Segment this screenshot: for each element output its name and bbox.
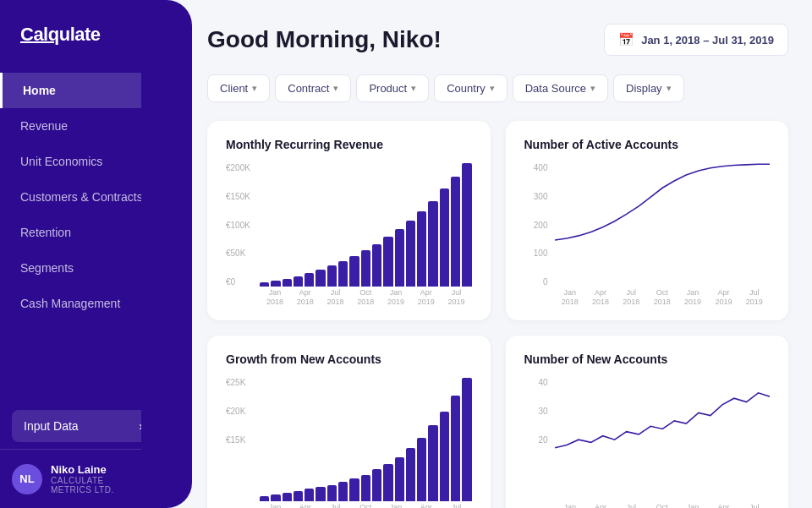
bar — [338, 482, 348, 501]
new-accounts-svg — [555, 378, 771, 456]
bar — [361, 475, 370, 501]
bar — [395, 457, 404, 501]
growth-new-accounts-chart-title: Growth from New Accounts — [226, 352, 472, 366]
active-accounts-y-labels: 400 300 200 100 0 — [524, 163, 548, 287]
growth-new-y-labels: €25K €20K €15K €10K €0 — [226, 378, 245, 501]
bar — [428, 201, 437, 287]
sidebar-item-revenue[interactable]: Revenue — [0, 108, 167, 144]
bar — [271, 281, 280, 287]
bar — [283, 493, 292, 501]
filter-bar: Client ▾ Contract ▾ Product ▾ Country ▾ … — [207, 74, 788, 102]
filter-data-source[interactable]: Data Source ▾ — [513, 74, 608, 102]
chevron-down-icon: ▾ — [490, 83, 495, 94]
filter-contract[interactable]: Contract ▾ — [275, 74, 351, 102]
new-accounts-y-labels: 40 30 20 10 0 — [524, 378, 548, 501]
mrr-bars — [260, 163, 472, 287]
chevron-down-icon: ▾ — [333, 83, 338, 94]
bar — [304, 273, 314, 287]
bar — [395, 229, 404, 287]
date-range-picker[interactable]: 📅 Jan 1, 2018 – Jul 31, 2019 — [604, 24, 788, 56]
bar — [406, 221, 415, 287]
new-accounts-line-chart: 40 30 20 10 0 Jan2018 Apr2018 Jul2018 Oc… — [524, 378, 771, 508]
bar — [428, 425, 437, 501]
bar — [383, 464, 392, 501]
chevron-down-icon: ▾ — [667, 83, 672, 94]
active-accounts-chart-title: Number of Active Accounts — [524, 138, 771, 151]
bar — [440, 188, 449, 287]
calendar-icon: 📅 — [618, 32, 634, 47]
sidebar-item-retention[interactable]: Retention — [0, 215, 167, 250]
sidebar-item-unit-economics[interactable]: Unit Economics — [0, 144, 167, 179]
growth-new-accounts-bar-chart: €25K €20K €15K €10K €0 Jan2018 Apr2018 J… — [226, 378, 472, 508]
sidebar-item-home[interactable]: Home — [0, 73, 167, 108]
chevron-down-icon: ▾ — [411, 83, 416, 94]
bar — [417, 211, 426, 287]
bar — [372, 469, 381, 501]
bar — [271, 494, 280, 501]
filter-country[interactable]: Country ▾ — [434, 74, 508, 102]
bar — [417, 438, 426, 501]
sidebar-item-input-data[interactable]: Input Data › — [12, 410, 155, 442]
active-accounts-line-chart: 400 300 200 100 0 Jan2018 Apr2018 Jul201… — [524, 163, 771, 307]
page-header: Good Morning, Niko! 📅 Jan 1, 2018 – Jul … — [207, 24, 788, 56]
date-range-label: Jan 1, 2018 – Jul 31, 2019 — [641, 34, 774, 46]
page-title: Good Morning, Niko! — [207, 26, 442, 53]
filter-client[interactable]: Client ▾ — [207, 74, 270, 102]
sidebar-item-customers-contracts[interactable]: Customers & Contracts — [0, 179, 167, 215]
logo: Calqulate — [0, 0, 167, 66]
user-info: Niko Laine CALCULATE METRICS LTD. — [51, 463, 143, 494]
sidebar-item-cash-management[interactable]: Cash Management › — [0, 286, 167, 321]
chevron-down-icon: ▾ — [590, 83, 595, 94]
bar — [361, 250, 370, 287]
nav-menu: Home Revenue Unit Economics Customers & … — [0, 66, 167, 449]
bar — [304, 489, 314, 501]
avatar: NL — [12, 464, 42, 494]
growth-bars — [260, 378, 472, 501]
bar — [406, 448, 415, 501]
bar — [260, 282, 269, 287]
bar — [294, 276, 303, 287]
chevron-right-icon: › — [151, 472, 155, 485]
bar — [383, 237, 392, 287]
bar — [315, 270, 325, 287]
mrr-y-labels: €200K €150K €100K €50K €0 — [226, 163, 250, 287]
user-section[interactable]: NL Niko Laine CALCULATE METRICS LTD. › — [0, 449, 167, 508]
filter-display[interactable]: Display ▾ — [613, 74, 684, 102]
mrr-x-labels: Jan2018 Apr2018 Jul2018 Oct2018 Jan2019 … — [260, 288, 472, 307]
active-accounts-svg — [555, 163, 771, 242]
growth-x-labels: Jan2018 Apr2018 Jul2018 Oct2018 Jan2019 … — [260, 503, 472, 508]
bar — [462, 378, 471, 501]
main-content: Good Morning, Niko! 📅 Jan 1, 2018 – Jul … — [167, 0, 812, 508]
sidebar-item-segments[interactable]: Segments — [0, 250, 167, 286]
bar — [349, 478, 359, 501]
bar — [440, 412, 449, 501]
bar — [260, 496, 269, 501]
active-accounts-x-labels: Jan2018 Apr2018 Jul2018 Oct2018 Jan2019 … — [555, 288, 771, 307]
filter-product[interactable]: Product ▾ — [356, 74, 429, 102]
bar — [451, 177, 460, 287]
user-name: Niko Laine — [51, 463, 143, 476]
mrr-chart-card: Monthly Recurring Revenue €200K €150K €1… — [207, 121, 491, 320]
bar — [462, 163, 471, 287]
bar — [338, 261, 348, 287]
bar — [327, 265, 337, 287]
bar — [451, 396, 460, 501]
new-accounts-chart-title: Number of New Accounts — [524, 352, 771, 366]
bar — [283, 279, 292, 287]
active-accounts-chart-card: Number of Active Accounts 400 300 200 10… — [506, 121, 789, 320]
chevron-right-icon: › — [139, 419, 143, 433]
new-accounts-x-labels: Jan2018 Apr2018 Jul2018 Oct2018 Jan2019 … — [555, 503, 771, 508]
mrr-chart-title: Monthly Recurring Revenue — [226, 138, 472, 151]
bar — [327, 485, 337, 501]
user-company: CALCULATE METRICS LTD. — [51, 476, 143, 494]
chevron-down-icon: ▾ — [252, 83, 257, 94]
new-accounts-chart-card: Number of New Accounts 40 30 20 10 0 Jan… — [506, 336, 789, 508]
chevron-right-icon: › — [143, 298, 146, 309]
bar — [372, 244, 381, 287]
bar — [315, 487, 325, 501]
mrr-bar-chart: €200K €150K €100K €50K €0 Jan2018 Apr201… — [226, 163, 472, 307]
bar — [349, 256, 359, 287]
charts-grid: Monthly Recurring Revenue €200K €150K €1… — [207, 121, 788, 508]
bar — [294, 491, 303, 502]
growth-new-accounts-chart-card: Growth from New Accounts €25K €20K €15K … — [207, 336, 491, 508]
